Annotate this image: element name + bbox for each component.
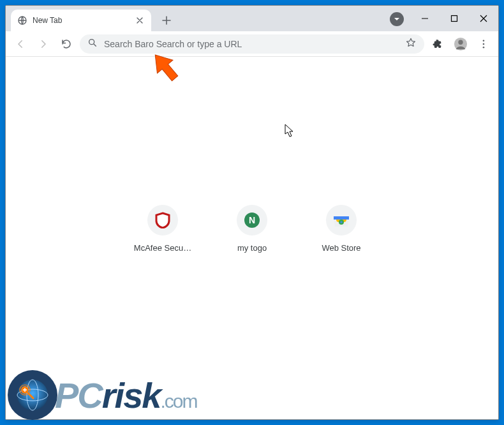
new-tab-button[interactable] [158, 11, 175, 29]
shortcut-label: my togo [237, 243, 267, 253]
watermark-risk: risk [102, 375, 161, 415]
reload-button[interactable] [57, 34, 76, 54]
back-button[interactable] [11, 34, 30, 54]
watermark-text: PCrisk.com [55, 375, 196, 416]
svg-point-5 [483, 40, 485, 41]
tab-title: New Tab [33, 16, 130, 25]
shortcut-label: Web Store [322, 243, 360, 253]
extensions-button[interactable] [428, 34, 447, 54]
shortcut-tile: N [237, 205, 267, 235]
star-bookmark-icon[interactable] [405, 37, 417, 51]
watermark-dotcom: .com [160, 391, 196, 412]
shortcut-label: McAfee Secu… [134, 243, 191, 253]
address-input[interactable] [104, 39, 399, 49]
maximize-button[interactable] [440, 8, 469, 29]
mcafee-shield-icon [155, 212, 170, 228]
shortcut-mytogo[interactable]: N my togo [216, 205, 288, 253]
toolbar [6, 31, 498, 57]
watermark-globe-icon [8, 370, 57, 420]
svg-text:N: N [249, 215, 255, 225]
watermark: PCrisk.com [8, 370, 196, 420]
webstore-icon [332, 212, 350, 228]
svg-point-4 [458, 40, 463, 44]
svg-point-13 [17, 380, 48, 410]
menu-button[interactable] [474, 34, 493, 54]
shortcut-tile [147, 205, 178, 235]
browser-window: New Tab [5, 5, 499, 420]
svg-rect-1 [452, 16, 457, 22]
shortcut-mcafee[interactable]: McAfee Secu… [127, 205, 198, 253]
profile-avatar-icon[interactable] [451, 34, 470, 54]
minimize-button[interactable] [410, 8, 440, 29]
close-window-button[interactable] [469, 8, 498, 29]
new-tab-page: McAfee Secu… N my togo [6, 57, 498, 419]
window-controls [410, 6, 498, 31]
account-indicator-icon[interactable] [390, 12, 404, 26]
tab-strip: New Tab [6, 6, 498, 31]
letter-n-icon: N [244, 212, 260, 228]
close-tab-icon[interactable] [135, 15, 145, 26]
svg-point-12 [340, 221, 342, 223]
shortcut-tile [326, 205, 357, 235]
shortcuts-row: McAfee Secu… N my togo [127, 205, 377, 253]
shortcut-webstore[interactable]: Web Store [306, 205, 377, 253]
forward-button[interactable] [34, 34, 53, 54]
address-bar[interactable] [80, 34, 424, 54]
search-icon [87, 38, 98, 50]
svg-point-2 [89, 39, 94, 44]
watermark-pc: PC [55, 375, 102, 415]
globe-icon [17, 15, 27, 26]
svg-point-7 [483, 46, 485, 48]
svg-rect-10 [334, 216, 349, 220]
tab-active[interactable]: New Tab [11, 10, 151, 31]
svg-point-6 [483, 43, 485, 45]
